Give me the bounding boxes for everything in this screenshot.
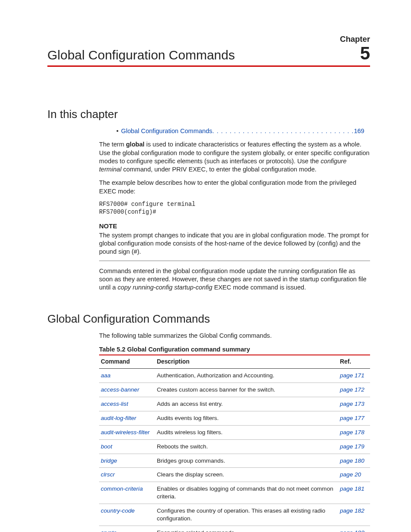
toc-entry[interactable]: • Global Configuration Commands . . . . …: [116, 127, 370, 135]
note-title: NOTE: [99, 222, 370, 230]
table-row: aaaAuthentication, Authorization and Acc…: [99, 368, 370, 383]
toc-leader-dots: . . . . . . . . . . . . . . . . . . . . …: [212, 127, 354, 135]
page-ref-link[interactable]: page 179: [338, 439, 370, 454]
code-block: RFS7000# configure terminal RFS7000(conf…: [99, 201, 370, 217]
table-caption: Table 5.2 Global Configuration command s…: [99, 345, 370, 354]
chapter-title: Global Configuration Commands: [47, 48, 235, 62]
command-description: Enables or disables logging of commands …: [155, 482, 338, 504]
command-description: Reboots the switch.: [155, 439, 338, 454]
table-row: cryptoEncryption related commands.page 1…: [99, 526, 370, 532]
table-row: country-codeConfigures the country of op…: [99, 504, 370, 526]
command-description: Creates custom access banner for the swi…: [155, 383, 338, 397]
paragraph-intro: The term global is used to indicate char…: [99, 140, 370, 174]
page-ref-link[interactable]: page 178: [338, 425, 370, 439]
table-row: access-listAdds an access list entry.pag…: [99, 397, 370, 411]
command-link[interactable]: common-criteria: [99, 482, 155, 504]
command-link[interactable]: boot: [99, 439, 155, 454]
paragraph-table-intro: The following table summarizes the Globa…: [99, 332, 370, 340]
command-link[interactable]: aaa: [99, 368, 155, 383]
page-ref-link[interactable]: page 180: [338, 454, 370, 468]
table-row: bridgeBridges group commands.page 180: [99, 454, 370, 468]
command-link[interactable]: audit-wireless-filter: [99, 425, 155, 439]
table-row: bootReboots the switch.page 179: [99, 439, 370, 454]
command-description: Adds an access list entry.: [155, 397, 338, 411]
command-summary-table: Command Description Ref. aaaAuthenticati…: [99, 355, 370, 532]
th-ref: Ref.: [338, 355, 370, 369]
table-row: audit-log-filterAudits events log filter…: [99, 411, 370, 425]
bullet-icon: •: [116, 127, 118, 135]
paragraph-example-intro: The example below describes how to enter…: [99, 179, 370, 196]
th-description: Description: [155, 355, 338, 369]
command-description: Audits wireless log filters.: [155, 425, 338, 439]
section-in-this-chapter: In this chapter: [47, 108, 370, 121]
command-description: Bridges group commands.: [155, 454, 338, 468]
page-ref-link[interactable]: page 182: [338, 504, 370, 526]
command-description: Clears the display screen.: [155, 468, 338, 482]
command-link[interactable]: crypto: [99, 526, 155, 532]
note-block: NOTE The system prompt changes to indica…: [99, 222, 370, 261]
command-link[interactable]: access-list: [99, 397, 155, 411]
page-ref-link[interactable]: page 183: [338, 526, 370, 532]
page-ref-link[interactable]: page 172: [338, 383, 370, 397]
toc-page-number: 169: [354, 127, 364, 135]
page-ref-link[interactable]: page 20: [338, 468, 370, 482]
chapter-number: 5: [360, 43, 370, 64]
table-row: clrscrClears the display screen.page 20: [99, 468, 370, 482]
page-ref-link[interactable]: page 173: [338, 397, 370, 411]
page-ref-link[interactable]: page 181: [338, 482, 370, 504]
command-description: Audits events log filters.: [155, 411, 338, 425]
command-link[interactable]: access-banner: [99, 383, 155, 397]
page-ref-link[interactable]: page 177: [338, 411, 370, 425]
table-row: access-bannerCreates custom access banne…: [99, 383, 370, 397]
paragraph-running-config: Commands entered in the global configura…: [99, 267, 370, 292]
table-row: common-criteriaEnables or disables loggi…: [99, 482, 370, 504]
command-link[interactable]: bridge: [99, 454, 155, 468]
page-ref-link[interactable]: page 171: [338, 368, 370, 383]
command-description: Encryption related commands.: [155, 526, 338, 532]
th-command: Command: [99, 355, 155, 369]
note-body: The system prompt changes to indicate th…: [99, 231, 370, 256]
chapter-header: Global Configuration Commands 5: [47, 43, 370, 67]
toc-link-label: Global Configuration Commands: [121, 127, 212, 135]
command-link[interactable]: audit-log-filter: [99, 411, 155, 425]
section-global-config-commands: Global Configuration Commands: [47, 312, 370, 326]
command-link[interactable]: country-code: [99, 504, 155, 526]
command-description: Configures the country of operation. Thi…: [155, 504, 338, 526]
command-description: Authentication, Authorization and Accoun…: [155, 368, 338, 383]
command-link[interactable]: clrscr: [99, 468, 155, 482]
table-row: audit-wireless-filterAudits wireless log…: [99, 425, 370, 439]
chapter-label: Chapter: [47, 34, 370, 44]
